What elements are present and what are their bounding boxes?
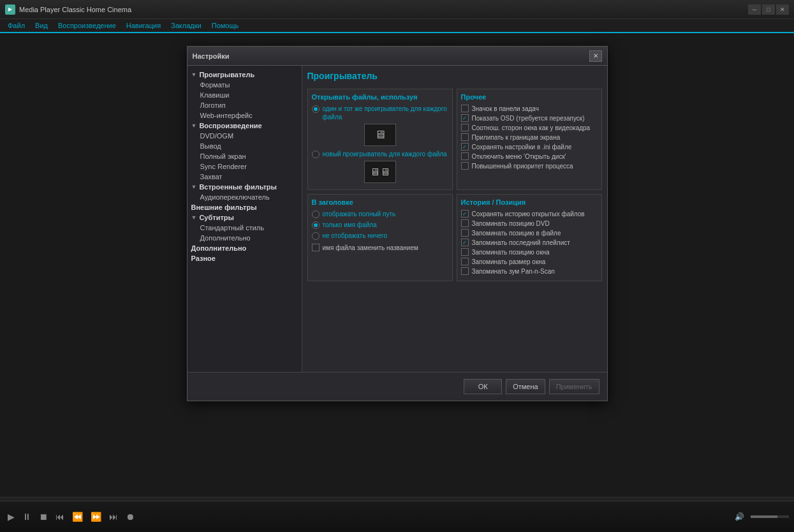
dialog-close-button[interactable]: ✕ bbox=[589, 50, 602, 62]
tree-item-keys[interactable]: Клавиши bbox=[187, 90, 302, 100]
tree-item-advanced[interactable]: Дополнительно bbox=[187, 243, 302, 253]
menu-bar: Файл Вид Воспроизведение Навигация Закла… bbox=[0, 19, 794, 33]
play-button[interactable]: ▶ bbox=[5, 511, 17, 522]
cb-text-taskbar: Значок в панели задач bbox=[472, 105, 539, 112]
app-icon: ▶ bbox=[5, 4, 15, 15]
menu-navigation[interactable]: Навигация bbox=[121, 20, 166, 31]
cb-window-pos[interactable]: Запоминать позицию окна bbox=[461, 248, 598, 256]
minimize-button[interactable]: ─ bbox=[748, 4, 761, 15]
cb-box-priority bbox=[461, 162, 469, 170]
cb-osd[interactable]: ✓ Показать OSD (требуется перезапуск) bbox=[461, 114, 598, 122]
menu-help[interactable]: Помощь bbox=[207, 20, 244, 31]
radio-filename[interactable]: только имя файла bbox=[312, 221, 448, 229]
radio-dot-new bbox=[312, 151, 320, 158]
tree-item-audiosw[interactable]: Аудиопереключатель bbox=[187, 192, 302, 202]
tree-item-misc[interactable]: Разное bbox=[187, 253, 302, 263]
ok-button[interactable]: ОК bbox=[464, 379, 502, 394]
dialog-title: Настройки bbox=[193, 52, 230, 60]
radio-text-filename: только имя файла bbox=[323, 221, 377, 229]
tree-item-sync[interactable]: Sync Renderer bbox=[187, 161, 302, 172]
open-files-label: Открывать файлы, используя bbox=[312, 93, 448, 101]
cb-box-window-size bbox=[461, 258, 469, 265]
tree-item-extra[interactable]: Дополнительно bbox=[187, 233, 302, 243]
cb-dvd-pos[interactable]: Запоминать позицию DVD bbox=[461, 219, 598, 227]
next-button[interactable]: ⏭ bbox=[107, 511, 121, 522]
pause-button[interactable]: ⏸ bbox=[20, 511, 34, 522]
cb-zoom-pan[interactable]: Запоминать зум Pan-n-Scan bbox=[461, 267, 598, 275]
radio-text-fullpath: отображать полный путь bbox=[323, 210, 396, 218]
cb-text-file-pos: Запоминать позицию в файле bbox=[472, 230, 561, 237]
cb-text-priority: Повышенный приоритет процесса bbox=[472, 163, 573, 170]
menu-playback[interactable]: Воспроизведение bbox=[53, 20, 121, 31]
cb-text-zoom-pan: Запоминать зум Pan-n-Scan bbox=[472, 268, 555, 275]
apply-button[interactable]: Применить bbox=[549, 379, 599, 394]
cb-text-window-pos: Запоминать позицию окна bbox=[472, 249, 550, 256]
cb-filename-replace[interactable]: имя файла заменить названием bbox=[312, 244, 448, 251]
misc-section: Прочее Значок в панели задач ✓ Показать … bbox=[457, 89, 602, 190]
prev-button[interactable]: ⏮ bbox=[53, 511, 67, 522]
tree-item-fullscreen[interactable]: Полный экран bbox=[187, 151, 302, 161]
radio-fullpath[interactable]: отображать полный путь bbox=[312, 210, 448, 218]
radio-dot-fullpath bbox=[312, 211, 320, 218]
cb-text-window-size: Запоминать размер окна bbox=[472, 258, 546, 265]
cb-last-playlist[interactable]: ✓ Запоминать последний плейлист bbox=[461, 239, 598, 246]
radio-same-player[interactable]: один и тот же проигрыватель для каждого … bbox=[312, 105, 448, 121]
cb-aspect[interactable]: Соотнош. сторон окна как у видеокадра bbox=[461, 124, 598, 131]
cb-opendisk[interactable]: Отключить меню 'Открыть диск' bbox=[461, 152, 598, 160]
radio-text-nothing: не отображать ничего bbox=[323, 232, 388, 240]
close-button[interactable]: ✕ bbox=[776, 4, 789, 15]
cb-taskbar[interactable]: Значок в панели задач bbox=[461, 105, 598, 112]
cancel-button[interactable]: Отмена bbox=[506, 379, 545, 394]
tree-item-subtitles[interactable]: ▼ Субтитры bbox=[187, 212, 302, 223]
cb-box-window-pos bbox=[461, 248, 469, 256]
radio-dot-filename bbox=[312, 221, 320, 229]
stop-button[interactable]: ⏹ bbox=[36, 511, 50, 522]
progress-bar[interactable] bbox=[0, 498, 794, 501]
dialog-body: ▼ Проигрыватель Форматы Клавиши Логотип … bbox=[187, 66, 607, 372]
tree-item-stdstyle[interactable]: Стандартный стиль bbox=[187, 223, 302, 233]
tree-item-formats[interactable]: Форматы bbox=[187, 80, 302, 90]
cb-box-osd: ✓ bbox=[461, 114, 469, 122]
cb-window-size[interactable]: Запоминать размер окна bbox=[461, 258, 598, 265]
step-fwd-button[interactable]: ⏩ bbox=[88, 511, 104, 522]
settings-content: Проигрыватель Открывать файлы, используя… bbox=[302, 66, 607, 372]
cb-file-pos[interactable]: Запоминать позицию в файле bbox=[461, 229, 598, 237]
record-button[interactable]: ⏺ bbox=[123, 511, 137, 522]
history-section: История / Позиция ✓ Сохранять историю от… bbox=[457, 194, 602, 281]
radio-nothing[interactable]: не отображать ничего bbox=[312, 232, 448, 240]
section-title: Проигрыватель bbox=[307, 71, 602, 84]
settings-tree: ▼ Проигрыватель Форматы Клавиши Логотип … bbox=[187, 66, 302, 372]
cb-box-history-files: ✓ bbox=[461, 210, 469, 218]
cb-text-history-files: Сохранять историю открытых файлов bbox=[472, 211, 585, 218]
menu-bookmarks[interactable]: Закладки bbox=[166, 20, 207, 31]
cb-priority[interactable]: Повышенный приоритет процесса bbox=[461, 162, 598, 170]
tree-item-output[interactable]: Вывод bbox=[187, 141, 302, 151]
tree-item-builtin[interactable]: ▼ Встроенные фильтры bbox=[187, 182, 302, 192]
tree-item-playback[interactable]: ▼ Воспроизведение bbox=[187, 121, 302, 131]
tree-item-external[interactable]: Внешние фильтры bbox=[187, 202, 302, 212]
main-area: Настройки ✕ ▼ Проигрыватель Форматы Клав… bbox=[0, 33, 794, 467]
cb-text-aspect: Соотнош. сторон окна как у видеокадра bbox=[472, 124, 591, 131]
cb-text-osd: Показать OSD (требуется перезапуск) bbox=[472, 115, 585, 122]
radio-new-player[interactable]: новый проигрыватель для каждого файла bbox=[312, 150, 448, 158]
cb-history-files[interactable]: ✓ Сохранять историю открытых файлов bbox=[461, 210, 598, 218]
tree-item-player[interactable]: ▼ Проигрыватель bbox=[187, 70, 302, 80]
tree-item-logo[interactable]: Логотип bbox=[187, 100, 302, 110]
maximize-button[interactable]: □ bbox=[762, 4, 775, 15]
tree-item-dvd[interactable]: DVD/OGM bbox=[187, 131, 302, 141]
arrow-icon-2: ▼ bbox=[191, 122, 197, 129]
cb-text-ini: Сохранять настройки в .ini файле bbox=[472, 144, 572, 151]
menu-file[interactable]: Файл bbox=[3, 20, 30, 31]
volume-slider[interactable] bbox=[751, 515, 789, 518]
menu-view[interactable]: Вид bbox=[30, 20, 53, 31]
cb-box-opendisk bbox=[461, 152, 469, 160]
tree-item-capture[interactable]: Захват bbox=[187, 172, 302, 182]
tree-item-web[interactable]: Web-интерфейс bbox=[187, 110, 302, 121]
cb-box-filename-replace bbox=[312, 244, 320, 251]
cb-ini[interactable]: ✓ Сохранять настройки в .ini файле bbox=[461, 143, 598, 151]
player-icon-multi: 🖥🖥 bbox=[364, 161, 396, 183]
step-back-button[interactable]: ⏪ bbox=[70, 511, 85, 522]
open-files-section: Открывать файлы, используя один и тот же… bbox=[307, 89, 453, 190]
arrow-icon-4: ▼ bbox=[191, 214, 197, 221]
cb-snap[interactable]: Прилипать к границам экрана bbox=[461, 133, 598, 141]
